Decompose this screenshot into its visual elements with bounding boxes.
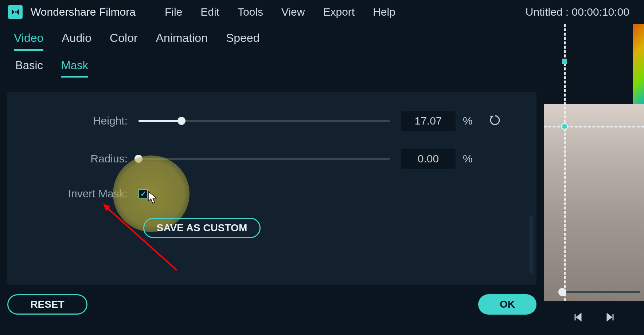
- zoom-slider[interactable]: [558, 288, 640, 296]
- height-label: Height:: [18, 115, 138, 127]
- preview-content-upper: [633, 24, 644, 104]
- app-logo: [7, 4, 23, 20]
- height-slider[interactable]: [138, 120, 390, 122]
- inspector-footer: RESET OK: [0, 294, 544, 315]
- svg-line-1: [107, 208, 177, 270]
- menu-bar: File Edit Tools View Export Help: [165, 6, 526, 18]
- radius-slider-thumb[interactable]: [134, 155, 143, 163]
- tab-animation[interactable]: Animation: [156, 31, 208, 49]
- title-bar: Wondershare Filmora File Edit Tools View…: [0, 0, 644, 24]
- tab-speed[interactable]: Speed: [226, 31, 260, 49]
- mask-guide-horizontal[interactable]: [544, 126, 644, 127]
- reset-button[interactable]: RESET: [7, 294, 87, 315]
- mask-settings-panel: Height: 17.07 % Radius:: [7, 92, 536, 285]
- panel-scrollbar[interactable]: [529, 216, 534, 274]
- radius-unit: %: [463, 153, 477, 165]
- preview-panel: [544, 24, 644, 335]
- menu-tools[interactable]: Tools: [238, 6, 263, 18]
- invert-mask-checkbox[interactable]: [138, 189, 148, 198]
- sub-tab-mask[interactable]: Mask: [61, 59, 88, 78]
- menu-view[interactable]: View: [281, 6, 305, 18]
- save-as-custom-button[interactable]: SAVE AS CUSTOM: [143, 218, 261, 238]
- ok-button[interactable]: OK: [478, 294, 536, 315]
- next-frame-button[interactable]: [605, 312, 616, 324]
- prev-frame-button[interactable]: [572, 312, 583, 324]
- menu-edit[interactable]: Edit: [200, 6, 219, 18]
- tab-video[interactable]: Video: [14, 31, 43, 51]
- mask-guide-vertical[interactable]: [564, 24, 566, 301]
- app-title: Wondershare Filmora: [31, 6, 136, 18]
- inspector-panel: Video Audio Color Animation Speed Basic …: [0, 24, 544, 335]
- height-unit: %: [463, 115, 477, 127]
- zoom-slider-thumb[interactable]: [558, 288, 566, 296]
- mask-center-handle[interactable]: [561, 123, 568, 130]
- svg-marker-2: [103, 204, 110, 211]
- inspector-sub-tabs: Basic Mask: [0, 52, 544, 85]
- mask-top-handle[interactable]: [562, 59, 567, 64]
- tab-audio[interactable]: Audio: [62, 31, 91, 49]
- menu-help[interactable]: Help: [373, 6, 395, 18]
- height-reset-icon[interactable]: [488, 114, 501, 128]
- radius-label: Radius:: [18, 153, 138, 165]
- height-value[interactable]: 17.07: [401, 111, 456, 131]
- project-title: Untitled : 00:00:10:00: [526, 6, 629, 18]
- invert-mask-row: Invert Mask:: [18, 183, 526, 205]
- preview-viewport[interactable]: [544, 24, 644, 301]
- height-slider-thumb[interactable]: [177, 117, 186, 125]
- preview-content-lower: [544, 104, 644, 301]
- sub-tab-basic[interactable]: Basic: [15, 59, 43, 76]
- radius-slider[interactable]: [138, 158, 390, 160]
- height-control-row: Height: 17.07 %: [18, 110, 526, 132]
- inspector-main-tabs: Video Audio Color Animation Speed: [0, 24, 544, 52]
- radius-control-row: Radius: 0.00 %: [18, 148, 526, 170]
- menu-export[interactable]: Export: [323, 6, 355, 18]
- invert-mask-label: Invert Mask:: [18, 188, 138, 200]
- tab-color[interactable]: Color: [110, 31, 137, 49]
- playback-controls: [544, 312, 644, 324]
- radius-value[interactable]: 0.00: [401, 149, 456, 169]
- menu-file[interactable]: File: [165, 6, 182, 18]
